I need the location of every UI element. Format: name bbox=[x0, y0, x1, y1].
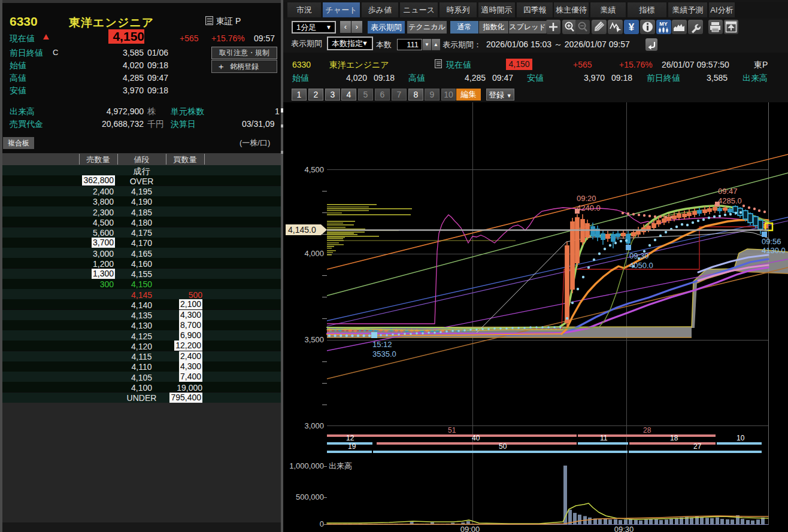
svg-text:50: 50 bbox=[499, 442, 507, 451]
svg-text:500,000: 500,000 bbox=[296, 493, 324, 501]
svg-text:09:30: 09:30 bbox=[614, 525, 634, 532]
svg-text:3,500: 3,500 bbox=[304, 335, 324, 344]
svg-text:15:12: 15:12 bbox=[372, 340, 392, 349]
svg-text:12: 12 bbox=[346, 434, 354, 442]
svg-text:4285.0: 4285.0 bbox=[718, 196, 742, 205]
svg-text:51: 51 bbox=[448, 426, 456, 434]
svg-text:出来高: 出来高 bbox=[329, 461, 352, 470]
svg-text:40: 40 bbox=[472, 434, 480, 442]
svg-text:4240.0: 4240.0 bbox=[577, 203, 601, 212]
svg-text:18: 18 bbox=[670, 434, 678, 442]
svg-text:4,145.0: 4,145.0 bbox=[288, 225, 316, 235]
svg-text:3535.0: 3535.0 bbox=[372, 349, 396, 358]
svg-text:3,000: 3,000 bbox=[304, 421, 324, 430]
svg-text:4050.0: 4050.0 bbox=[629, 261, 653, 270]
svg-text:10: 10 bbox=[737, 434, 745, 442]
svg-text:4,000: 4,000 bbox=[304, 249, 324, 258]
svg-text:09:20: 09:20 bbox=[577, 194, 596, 203]
svg-text:1,000,000: 1,000,000 bbox=[289, 461, 324, 470]
svg-text:4130.0: 4130.0 bbox=[762, 246, 786, 255]
svg-text:MY: MY bbox=[659, 21, 668, 27]
svg-text:09:56: 09:56 bbox=[762, 237, 781, 246]
svg-text:19: 19 bbox=[348, 442, 356, 451]
svg-text:¥: ¥ bbox=[629, 22, 635, 33]
svg-text:0: 0 bbox=[320, 519, 324, 528]
svg-text:09:47: 09:47 bbox=[718, 187, 738, 196]
svg-text:27: 27 bbox=[693, 442, 702, 451]
svg-text:4,500: 4,500 bbox=[304, 165, 324, 174]
svg-text:11: 11 bbox=[600, 434, 608, 442]
svg-text:09:00: 09:00 bbox=[460, 525, 480, 532]
svg-text:28: 28 bbox=[643, 426, 651, 434]
svg-text:09:30: 09:30 bbox=[629, 251, 649, 260]
